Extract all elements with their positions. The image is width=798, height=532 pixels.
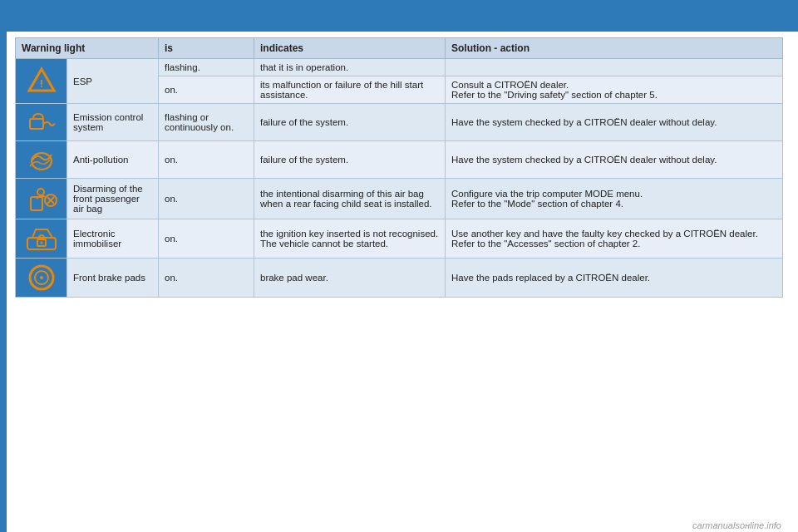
svg-point-15 <box>40 276 43 279</box>
table-row: Emission control systemflashing or conti… <box>16 104 783 141</box>
warning-name-4: Electronic immobiliser <box>67 219 159 259</box>
warning-name-2: Anti-pollution <box>67 141 159 179</box>
table-row: Disarming of the front passenger air bag… <box>16 179 783 219</box>
icon-airbag <box>16 179 67 219</box>
table-row: Anti-pollutionon.failure of the system.H… <box>16 141 783 179</box>
is-cell-4-0: on. <box>159 219 254 259</box>
indicates-cell-1-0: failure of the system. <box>254 104 446 141</box>
solution-cell-3-0: Configure via the trip computer MODE men… <box>446 179 783 219</box>
solution-cell-4-0: Use another key and have the faulty key … <box>446 219 783 259</box>
icon-brakes <box>16 259 67 298</box>
is-cell-3-0: on. <box>159 179 254 219</box>
header-indicates: indicates <box>254 38 446 59</box>
indicates-cell-0-1: its malfunction or failure of the hill s… <box>254 76 446 104</box>
icon-antipollution <box>16 141 67 179</box>
icon-immobiliser <box>16 219 67 259</box>
warning-table: Warning light is indicates Solution - ac… <box>15 37 783 298</box>
solution-cell-5-0: Have the pads replaced by a CITROËN deal… <box>446 259 783 298</box>
is-cell-2-0: on. <box>159 141 254 179</box>
is-cell-0-1: on. <box>159 76 254 104</box>
svg-rect-5 <box>31 197 42 210</box>
indicates-cell-5-0: brake pad wear. <box>254 259 446 298</box>
indicates-cell-4-0: the ignition key inserted is not recogni… <box>254 219 446 259</box>
airbag-icon <box>19 182 63 215</box>
esp-icon: ! <box>19 66 63 97</box>
solution-cell-2-0: Have the system checked by a CITROËN dea… <box>446 141 783 179</box>
immobiliser-icon <box>19 223 63 254</box>
warning-name-3: Disarming of the front passenger air bag <box>67 179 159 219</box>
svg-point-6 <box>37 189 44 195</box>
icon-emission <box>16 104 67 141</box>
emission-icon <box>19 107 63 137</box>
is-cell-1-0: flashing or continuously on. <box>159 104 254 141</box>
page-wrapper: Warning light is indicates Solution - ac… <box>0 0 798 532</box>
solution-cell-0-1: Consult a CITROËN dealer.Refer to the "D… <box>446 76 783 104</box>
indicates-cell-3-0: the intentional disarming of this air ba… <box>254 179 446 219</box>
solution-cell-0-0 <box>446 59 783 76</box>
content-area: Warning light is indicates Solution - ac… <box>15 37 783 517</box>
svg-rect-2 <box>30 119 43 129</box>
header-solution: Solution - action <box>446 38 783 59</box>
is-cell-0-0: flashing. <box>159 59 254 76</box>
watermark: carmanualsонline.info <box>692 520 781 530</box>
table-row: Front brake padson.brake pad wear.Have t… <box>16 259 783 298</box>
table-row: ! ESPflashing.that it is in operation. <box>16 59 783 76</box>
is-cell-5-0: on. <box>159 259 254 298</box>
warning-name-1: Emission control system <box>67 104 159 141</box>
header-warning-light: Warning light <box>16 38 159 59</box>
brakes-icon <box>19 262 63 293</box>
warning-name-0: ESP <box>67 59 159 104</box>
svg-text:!: ! <box>39 77 42 90</box>
table-row: Electronic immobiliseron.the ignition ke… <box>16 219 783 259</box>
warning-name-5: Front brake pads <box>67 259 159 298</box>
icon-esp: ! <box>16 59 67 104</box>
header-is: is <box>159 38 254 59</box>
indicates-cell-0-0: that it is in operation. <box>254 59 446 76</box>
left-bar <box>0 0 7 532</box>
antipollution-icon <box>19 145 63 175</box>
indicates-cell-2-0: failure of the system. <box>254 141 446 179</box>
top-bar <box>0 0 798 32</box>
solution-cell-1-0: Have the system checked by a CITROËN dea… <box>446 104 783 141</box>
svg-point-12 <box>40 242 42 244</box>
